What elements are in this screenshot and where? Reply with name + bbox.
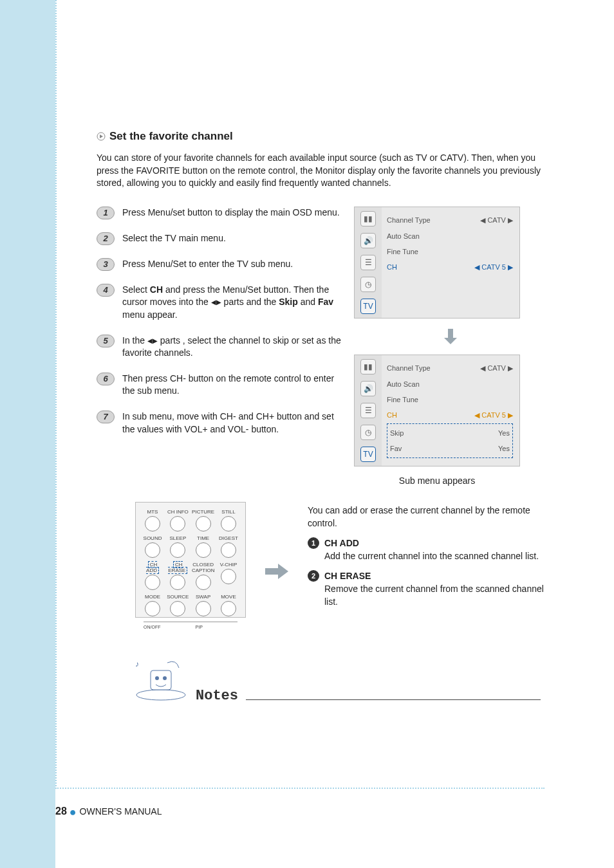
- osd-value: ◀ CATV ▶: [480, 364, 513, 373]
- osd-label: Fav: [390, 445, 402, 452]
- osd-value: ◀ CATV ▶: [480, 216, 513, 225]
- osd-row: Auto Scan: [387, 228, 513, 244]
- remote-button: STILL: [217, 509, 240, 531]
- svg-rect-1: [448, 329, 453, 338]
- item-body: CH ERASERemove the current channel from …: [324, 570, 547, 608]
- section-title-text: Set the favorite channel: [109, 130, 233, 142]
- remote-button: CH ADD: [141, 562, 164, 590]
- osd-value: ◀ CATV 5 ▶: [474, 263, 513, 272]
- picture-icon: ▮▮: [360, 211, 376, 226]
- step: 4Select CH and press the Menu/Set button…: [97, 284, 341, 322]
- svg-text:♪: ♪: [135, 660, 139, 669]
- osd-panel-1: ▮▮ 🔊 ☰ ◷ TV Channel Type◀ CATV ▶Auto Sca…: [354, 207, 520, 319]
- bullet-icon: [97, 131, 106, 140]
- steps-list: 1Press Menu/set button to display the ma…: [97, 207, 341, 486]
- item-number: 2: [308, 570, 319, 582]
- down-arrow-icon: [354, 328, 547, 348]
- step-text: Press Menu/Set to enter the TV sub menu.: [122, 258, 293, 271]
- osd-value: Yes: [498, 445, 510, 452]
- remote-button: CH INFO: [166, 509, 189, 531]
- step: 6Then press CH- button on the remote con…: [97, 373, 341, 398]
- features-icon: ☰: [360, 403, 376, 418]
- section-intro: You can store of your favorite channels …: [97, 152, 541, 190]
- step-text: In sub menu, move with CH- and CH+ butto…: [122, 411, 341, 436]
- page-number: 28: [55, 806, 67, 817]
- features-icon: ☰: [360, 255, 376, 270]
- remote-button: DIGEST: [217, 535, 240, 558]
- svg-point-3: [136, 690, 185, 700]
- remote-button: SWAP: [192, 594, 215, 616]
- step-text: Press Menu/set button to display the mai…: [122, 207, 340, 219]
- osd-row: SkipYes: [390, 425, 510, 441]
- svg-point-5: [155, 676, 159, 680]
- notes-rule: [246, 699, 541, 700]
- ch-item: 2CH ERASERemove the current channel from…: [308, 570, 547, 608]
- step-text: In the ◀▶ parts , select the channel to …: [122, 335, 341, 360]
- osd-value: ◀ CATV 5 ▶: [474, 411, 513, 420]
- remote-button: CH ERASE: [166, 562, 189, 590]
- step-number: 4: [97, 284, 115, 297]
- osd-row: FavYes: [390, 441, 510, 456]
- osd-icon-strip: ▮▮ 🔊 ☰ ◷ TV: [355, 207, 382, 318]
- osd-body-2: Channel Type◀ CATV ▶Auto ScanFine TuneCH…: [382, 355, 519, 466]
- sound-icon: 🔊: [360, 381, 376, 396]
- clock-icon: ◷: [360, 277, 376, 292]
- page-footer: 28 ● OWNER'S MANUAL: [55, 806, 162, 819]
- notes-illustration: ♪: [129, 656, 188, 704]
- sound-icon: 🔊: [360, 233, 376, 248]
- osd-row: CH◀ CATV 5 ▶: [387, 407, 513, 423]
- remote-control-diagram: MTSCH INFOPICTURESTILLSOUNDSLEEPTIMEDIGE…: [135, 502, 246, 618]
- osd-row: Channel Type◀ CATV ▶: [387, 360, 513, 376]
- step-number: 3: [97, 258, 115, 271]
- pip-line: ON/OFFPIP: [144, 622, 237, 629]
- ch-item: 1CH ADDAdd the current channel into the …: [308, 537, 547, 562]
- step-number: 2: [97, 232, 115, 245]
- remote-button: CLOSED CAPTION: [192, 562, 215, 590]
- osd-row: Fine Tune: [387, 392, 513, 407]
- osd-label: Channel Type: [387, 364, 431, 373]
- osd-body-1: Channel Type◀ CATV ▶Auto ScanFine TuneCH…: [382, 207, 519, 318]
- remote-button: SOUND: [141, 535, 164, 558]
- notes-section: ♪ Notes: [129, 656, 541, 704]
- footer-label: OWNER'S MANUAL: [80, 806, 162, 817]
- arrow-icon: [265, 564, 288, 582]
- step: 1Press Menu/set button to display the ma…: [97, 207, 341, 219]
- picture-icon: ▮▮: [360, 359, 376, 374]
- osd-label: Auto Scan: [387, 232, 420, 240]
- osd-row: Auto Scan: [387, 376, 513, 392]
- item-body: CH ADDAdd the current channel into the s…: [324, 537, 547, 562]
- osd-label: Fine Tune: [387, 396, 418, 403]
- step-number: 6: [97, 373, 115, 385]
- osd-label: Skip: [390, 429, 404, 437]
- submenu-caption: Sub menu appears: [354, 476, 520, 486]
- osd-label: CH: [387, 263, 397, 272]
- remote-button: SLEEP: [166, 535, 189, 558]
- osd-row: CH◀ CATV 5 ▶: [387, 259, 513, 275]
- svg-rect-2: [265, 568, 278, 575]
- step: 3Press Menu/Set to enter the TV sub menu…: [97, 258, 341, 271]
- step: 2Select the TV main menu.: [97, 232, 341, 245]
- step-text: Then press CH- button on the remote cont…: [122, 373, 341, 398]
- item-number: 1: [308, 537, 319, 549]
- remote-button: TIME: [192, 535, 215, 558]
- osd-label: Channel Type: [387, 216, 431, 225]
- tv-icon: TV: [360, 447, 376, 462]
- section-title: Set the favorite channel: [97, 130, 547, 143]
- step-number: 7: [97, 411, 115, 423]
- step: 7In sub menu, move with CH- and CH+ butt…: [97, 411, 341, 436]
- osd-label: CH: [387, 411, 397, 420]
- remote-button: V-CHIP: [217, 562, 240, 590]
- footer-dot-icon: ●: [70, 806, 80, 818]
- svg-point-6: [163, 676, 167, 680]
- osd-row: Fine Tune: [387, 244, 513, 259]
- remote-button: SOURCE: [166, 594, 189, 616]
- notes-title: Notes: [196, 688, 238, 704]
- remote-button: MODE: [141, 594, 164, 616]
- step-text: Select CH and press the Menu/Set button.…: [122, 284, 341, 322]
- remote-button: MTS: [141, 509, 164, 531]
- osd-value: Yes: [498, 429, 510, 437]
- remote-button: MOVE: [217, 594, 240, 616]
- osd-panel-2: ▮▮ 🔊 ☰ ◷ TV Channel Type◀ CATV ▶Auto Sca…: [354, 355, 520, 466]
- osd-label: Fine Tune: [387, 248, 418, 255]
- step-text: Select the TV main menu.: [122, 232, 226, 245]
